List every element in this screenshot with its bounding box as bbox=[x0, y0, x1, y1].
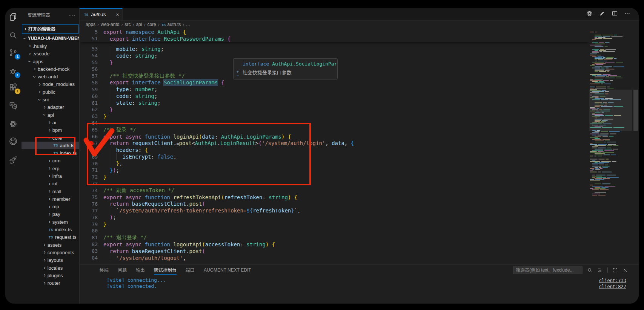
line-text: /** 刷新 accessToken */ bbox=[103, 187, 174, 194]
tree-item-.husky[interactable]: ›.husky bbox=[22, 42, 79, 50]
line-text: /** 社交快捷登录接口参数 */ bbox=[103, 73, 185, 79]
panel-tab-输出[interactable]: 输出 bbox=[136, 265, 145, 275]
tree-item-mall[interactable]: ›mall bbox=[22, 188, 79, 195]
filter-icon[interactable] bbox=[597, 267, 603, 273]
editor-scrollbar[interactable] bbox=[633, 90, 638, 131]
panel-tab-问题[interactable]: 问题 bbox=[118, 265, 127, 275]
tree-item-plugins[interactable]: ›plugins bbox=[22, 272, 79, 279]
breadcrumb-item--[interactable]: ... bbox=[186, 22, 190, 27]
panel-tab-端口[interactable]: 端口 bbox=[186, 265, 195, 275]
tree-item-mp[interactable]: ›mp bbox=[22, 203, 79, 211]
code-editor[interactable]: 53 mobile: string;54 code: string;55 }56… bbox=[80, 29, 639, 264]
extensions-icon[interactable]: ! bbox=[8, 82, 19, 93]
code-line-53: 53 mobile: string; bbox=[80, 46, 639, 52]
github-icon[interactable] bbox=[8, 136, 19, 147]
hover-signature: interface AuthApi.SocialLoginParams bbox=[243, 61, 334, 67]
openai-action-icon[interactable] bbox=[586, 10, 593, 18]
indent-guide bbox=[116, 153, 117, 160]
tree-item-pay[interactable]: ›pay bbox=[22, 211, 79, 218]
chevron-down-icon: › bbox=[22, 38, 28, 40]
breadcrumb-item-web-antd[interactable]: web-antd bbox=[101, 22, 119, 27]
tree-item-.vscode[interactable]: ›.vscode bbox=[22, 50, 79, 58]
tree-item-index.ts[interactable]: TSindex.ts bbox=[22, 226, 79, 233]
tree-item-layouts[interactable]: ›layouts bbox=[22, 257, 79, 264]
tree-item-bpm[interactable]: ›bpm bbox=[22, 127, 79, 134]
line-number: 84 bbox=[80, 255, 98, 261]
console-link[interactable]: client:733 bbox=[599, 278, 626, 284]
tree-item-apps[interactable]: ›apps bbox=[22, 58, 79, 65]
breadcrumb-item-core[interactable]: core bbox=[147, 22, 156, 27]
tab-auth-ts[interactable]: TS auth.ts × bbox=[80, 8, 123, 20]
code-line-70: 70 }, bbox=[80, 160, 639, 167]
tree-item-node-modules[interactable]: ›node_modules bbox=[22, 81, 79, 88]
breadcrumb-item-src[interactable]: src bbox=[124, 22, 131, 27]
line-number: 58 bbox=[80, 80, 98, 86]
tree-item-api[interactable]: ›api bbox=[22, 111, 79, 119]
tree-item-web-antd[interactable]: ›web-antd bbox=[22, 73, 79, 80]
tree-item-locales[interactable]: ›locales bbox=[22, 264, 79, 272]
panel-tab-调试控制台[interactable]: 调试控制台 bbox=[154, 265, 177, 275]
tree-item-label: src bbox=[43, 97, 49, 102]
tree-item-src[interactable]: ›src bbox=[22, 96, 79, 103]
line-number: 78 bbox=[80, 215, 98, 220]
console-link[interactable]: client:827 bbox=[599, 284, 626, 290]
activity-bar: 1 1 ! A文 bbox=[5, 8, 22, 304]
breadcrumb-item-api[interactable]: api bbox=[136, 22, 142, 27]
tree-item-infra[interactable]: ›infra bbox=[22, 172, 79, 180]
tree-item-iot[interactable]: ›iot bbox=[22, 180, 79, 188]
minimap[interactable] bbox=[589, 29, 632, 264]
rocket-icon[interactable] bbox=[8, 154, 19, 166]
tree-item-label: request.ts bbox=[55, 234, 77, 240]
tree-item-label: YUDAO-UI-ADMIN-VBEN... bbox=[28, 36, 80, 41]
panel-tab-终端[interactable]: 终端 bbox=[100, 265, 109, 275]
extensions-warning-badge: ! bbox=[15, 89, 20, 94]
tree-item-yudao-ui-admin-vben...[interactable]: ›YUDAO-UI-ADMIN-VBEN... bbox=[22, 35, 79, 42]
tree-item-backend-mock[interactable]: ›backend-mock bbox=[22, 65, 79, 73]
tree-item-adapter[interactable]: ›adapter bbox=[22, 104, 79, 111]
explorer-icon[interactable] bbox=[8, 11, 19, 23]
tree-item-router[interactable]: ›router bbox=[22, 279, 79, 287]
search-icon[interactable] bbox=[8, 30, 19, 41]
search-icon[interactable] bbox=[587, 267, 593, 273]
file-tree: ›YUDAO-UI-ADMIN-VBEN...›.husky›.vscode›a… bbox=[22, 35, 79, 287]
run-debug-icon[interactable]: 1 bbox=[8, 66, 19, 77]
tree-item-public[interactable]: ›public bbox=[22, 88, 79, 96]
source-control-icon[interactable]: 1 bbox=[8, 47, 19, 58]
pencil-icon[interactable] bbox=[599, 10, 606, 18]
translate-icon[interactable]: A文 bbox=[8, 100, 19, 111]
more-actions-icon[interactable]: ··· bbox=[69, 12, 75, 18]
hover-collapse-icon[interactable]: − bbox=[236, 74, 239, 78]
tree-item-member[interactable]: ›member bbox=[22, 195, 79, 203]
tree-item-ai[interactable]: ›ai bbox=[22, 119, 79, 126]
split-editor-icon[interactable] bbox=[612, 10, 618, 18]
close-panel-icon[interactable] bbox=[622, 267, 628, 273]
tree-item-auth.ts[interactable]: TSauth.ts bbox=[22, 142, 79, 149]
panel-tab-AUGMENT-NEXT-EDIT[interactable]: AUGMENT NEXT EDIT bbox=[204, 265, 251, 275]
code-line-80: 80 bbox=[80, 228, 639, 234]
tree-item-crm[interactable]: ›crm bbox=[22, 157, 79, 165]
line-number: 61 bbox=[80, 100, 98, 106]
tree-item-request.ts[interactable]: TSrequest.ts bbox=[22, 234, 79, 241]
breakpoint-icon[interactable] bbox=[89, 141, 94, 146]
tree-item-system[interactable]: ›system bbox=[22, 218, 79, 226]
line-number: 83 bbox=[80, 248, 98, 254]
openai-icon[interactable] bbox=[8, 118, 19, 130]
tree-item-core[interactable]: ›core bbox=[22, 134, 79, 142]
more-actions-icon[interactable] bbox=[624, 10, 630, 18]
code-line-66: 66export async function loginApi(data: A… bbox=[80, 133, 639, 140]
line-number: 79 bbox=[80, 221, 98, 227]
close-icon[interactable]: × bbox=[116, 11, 119, 18]
open-editors-section[interactable]: › 打开的编辑器 bbox=[22, 24, 79, 34]
console-filter-input[interactable] bbox=[513, 266, 583, 274]
chevron-down-icon: › bbox=[27, 61, 32, 63]
tree-item-erp[interactable]: ›erp bbox=[22, 165, 79, 172]
maximize-panel-icon[interactable] bbox=[612, 267, 618, 273]
code-line-75: 75export async function refreshTokenApi(… bbox=[80, 194, 639, 201]
tree-item-index.ts[interactable]: TSindex.ts bbox=[22, 149, 79, 157]
tree-item-label: api bbox=[48, 112, 54, 118]
tree-item-label: infra bbox=[52, 173, 62, 179]
tree-item-assets[interactable]: ›assets bbox=[22, 241, 79, 249]
breadcrumb-item-auth-ts[interactable]: TSauth.ts bbox=[161, 22, 181, 27]
breadcrumb-item-apps[interactable]: apps bbox=[86, 22, 95, 27]
tree-item-components[interactable]: ›components bbox=[22, 249, 79, 256]
